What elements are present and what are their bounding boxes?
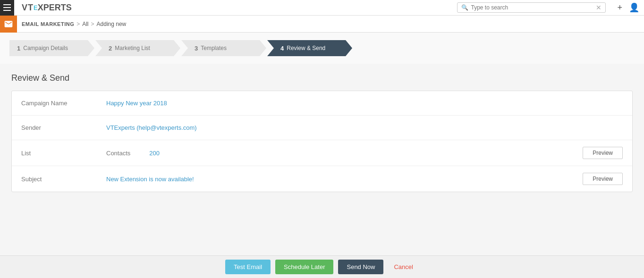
search-clear-icon[interactable]: ✕ <box>596 4 602 11</box>
add-button[interactable]: + <box>617 2 622 13</box>
step-1[interactable]: 1 Campaign Details <box>9 40 94 56</box>
hamburger-menu[interactable] <box>0 0 14 16</box>
module-icon <box>0 16 17 33</box>
breadcrumb-sep1: > <box>76 21 80 27</box>
sender-label: Sender <box>21 124 106 131</box>
step-3-label: Templates <box>201 45 227 51</box>
search-bar[interactable]: 🔍 ✕ <box>457 2 606 13</box>
campaign-name-label: Campaign Name <box>21 100 106 107</box>
step-4-label: Review & Send <box>287 45 325 51</box>
search-icon: 🔍 <box>461 4 468 11</box>
subject-preview-button[interactable]: Preview <box>583 173 623 185</box>
sender-value: VTExperts (help@vtexperts.com) <box>106 124 623 131</box>
campaign-name-row: Campaign Name Happy New year 2018 <box>12 91 632 116</box>
logo: VTEXPERTS <box>22 3 72 13</box>
top-nav: VTEXPERTS 🔍 ✕ + 👤 <box>0 0 644 16</box>
search-input[interactable] <box>471 4 596 11</box>
contacts-label: Contacts <box>106 150 130 157</box>
step-2-label: Marketing List <box>115 45 150 51</box>
step-3-num: 3 <box>195 45 198 52</box>
list-preview-button[interactable]: Preview <box>583 147 623 159</box>
step-2[interactable]: 2 Marketing List <box>95 40 180 56</box>
step-1-num: 1 <box>17 45 20 52</box>
breadcrumb-sep2: > <box>91 21 94 27</box>
contacts-count: 200 <box>149 150 160 157</box>
subject-value: New Extension is now available! <box>106 176 583 183</box>
logo-x: E <box>34 4 38 11</box>
breadcrumb-bar: EMAIL MARKETING > All > Adding new <box>0 16 644 33</box>
email-icon <box>4 19 13 29</box>
section-title: Review & Send <box>11 73 633 83</box>
review-table: Campaign Name Happy New year 2018 Sender… <box>11 91 633 192</box>
breadcrumb: EMAIL MARKETING > All > Adding new <box>17 21 126 27</box>
step-4-num: 4 <box>280 45 284 52</box>
subject-row: Subject New Extension is now available! … <box>12 166 632 192</box>
breadcrumb-module: EMAIL MARKETING <box>22 21 74 27</box>
list-row: List Contacts 200 Preview <box>12 140 632 166</box>
step-1-label: Campaign Details <box>23 45 68 51</box>
sender-row: Sender VTExperts (help@vtexperts.com) <box>12 116 632 140</box>
campaign-name-value: Happy New year 2018 <box>106 100 623 107</box>
list-label: List <box>21 150 106 157</box>
step-3[interactable]: 3 Templates <box>181 40 266 56</box>
steps-bar: 1 Campaign Details 2 Marketing List 3 Te… <box>0 33 644 64</box>
subject-label: Subject <box>21 176 106 183</box>
nav-icons: + 👤 <box>617 2 639 13</box>
logo-vt: VT <box>22 3 34 13</box>
list-meta: Contacts 200 <box>106 150 583 157</box>
breadcrumb-all-link[interactable]: All <box>82 21 88 27</box>
user-button[interactable]: 👤 <box>629 2 639 13</box>
logo-perts: XPERTS <box>38 3 72 13</box>
step-2-num: 2 <box>109 45 112 52</box>
main-content: Review & Send Campaign Name Happy New ye… <box>0 64 644 202</box>
step-4[interactable]: 4 Review & Send <box>267 40 352 56</box>
breadcrumb-current: Adding new <box>97 21 127 27</box>
